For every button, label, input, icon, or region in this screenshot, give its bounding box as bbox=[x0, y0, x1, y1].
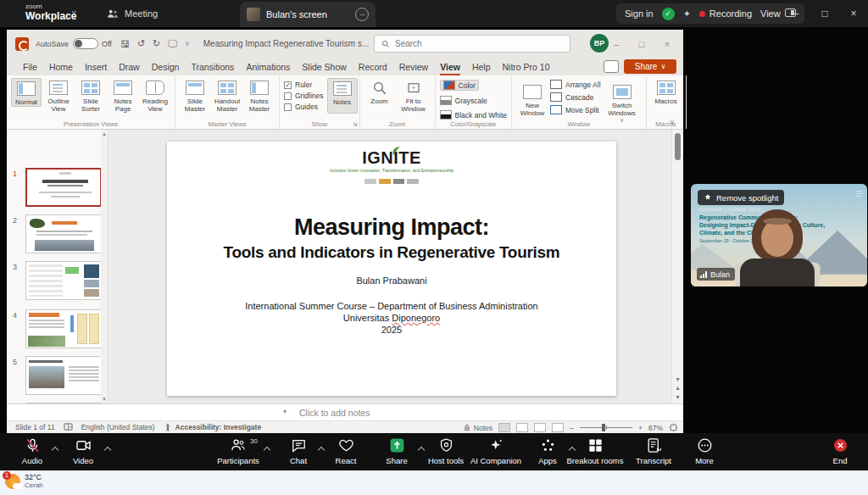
normal-view-button[interactable]: Normal bbox=[11, 78, 42, 107]
ppt-search-box[interactable] bbox=[374, 35, 570, 53]
slide-editor[interactable]: IGNITE Inclusive Green Innovation, Trans… bbox=[167, 142, 616, 396]
menu-help[interactable]: Help bbox=[466, 58, 497, 75]
comments-icon[interactable] bbox=[604, 60, 619, 73]
close-button[interactable]: × bbox=[839, 8, 868, 19]
thumbnail-slide-4[interactable] bbox=[25, 309, 102, 348]
menu-transitions[interactable]: Transitions bbox=[185, 58, 240, 75]
menu-record[interactable]: Record bbox=[353, 58, 393, 75]
undo-icon[interactable]: ↺ bbox=[137, 38, 145, 49]
reading-view-button[interactable]: Reading View bbox=[140, 78, 170, 113]
macros-button[interactable]: Macros bbox=[651, 78, 682, 105]
qat-chevron-down-icon[interactable]: ∨ bbox=[185, 40, 190, 47]
slide-scrollbar[interactable]: ▾ ▴ ▾ bbox=[671, 130, 683, 403]
guides-checkbox[interactable]: Guides bbox=[284, 103, 324, 111]
move-split-button[interactable]: Move Split bbox=[550, 105, 599, 114]
redo-icon[interactable]: ↻ bbox=[153, 38, 160, 49]
previous-slide-icon[interactable]: ▴ bbox=[672, 384, 683, 392]
ruler-checkbox[interactable]: ✓Ruler bbox=[284, 81, 324, 89]
video-more-icon[interactable]: ——— bbox=[855, 189, 862, 197]
weather-widget[interactable]: 1 32°C Cerah bbox=[5, 473, 43, 490]
fit-to-window-button[interactable]: Fit to Window bbox=[397, 78, 431, 113]
video-options-chevron[interactable] bbox=[104, 447, 111, 453]
ppt-minimize-button[interactable]: – bbox=[604, 39, 629, 49]
share-button[interactable]: Share bbox=[378, 437, 415, 465]
slide-sorter-toggle[interactable] bbox=[516, 423, 528, 432]
save-icon[interactable]: 🖫 bbox=[120, 39, 130, 49]
reading-view-toggle[interactable] bbox=[534, 423, 546, 432]
grayscale-button[interactable]: Grayscale bbox=[440, 96, 487, 105]
ppt-share-button[interactable]: Share∨ bbox=[624, 59, 676, 74]
maximize-button[interactable]: □ bbox=[810, 8, 839, 19]
menu-insert[interactable]: Insert bbox=[79, 58, 113, 75]
zoom-in-button[interactable]: + bbox=[638, 424, 643, 432]
menu-design[interactable]: Design bbox=[146, 58, 186, 75]
slide-master-button[interactable]: Slide Master bbox=[180, 78, 210, 113]
thumbnail-scrollbar[interactable]: ▴ ▾ bbox=[101, 130, 108, 403]
accessibility-status[interactable]: Accessibility: Investigate bbox=[175, 423, 262, 431]
notes-toggle-button[interactable]: Notes bbox=[327, 78, 358, 114]
slideshow-toggle[interactable] bbox=[552, 423, 564, 432]
gridlines-checkbox[interactable]: Gridlines bbox=[284, 92, 324, 100]
zoom-button[interactable]: Zoom bbox=[364, 78, 395, 105]
thumbnail-slide-5[interactable] bbox=[25, 356, 102, 395]
sign-in-button[interactable]: Sign in bbox=[625, 8, 654, 19]
ppt-close-button[interactable]: × bbox=[654, 39, 680, 49]
handout-master-button[interactable]: Handout Master bbox=[212, 78, 242, 113]
zoom-level[interactable]: 67% bbox=[648, 424, 663, 432]
autosave-toggle[interactable] bbox=[73, 38, 98, 49]
ai-companion-button[interactable]: AI Companion bbox=[461, 437, 531, 465]
menu-review[interactable]: Review bbox=[393, 58, 434, 75]
notes-page-button[interactable]: Notes Page bbox=[108, 78, 138, 113]
menu-home[interactable]: Home bbox=[43, 58, 79, 75]
thumbnail-slide-1[interactable] bbox=[25, 168, 102, 207]
end-button[interactable]: End bbox=[821, 437, 859, 465]
audio-button[interactable]: Audio bbox=[12, 437, 53, 465]
minimize-button[interactable]: – bbox=[782, 8, 810, 19]
thumbnail-slide-3[interactable] bbox=[25, 261, 102, 300]
workspace-chevron-down-icon[interactable]: ∨ bbox=[71, 8, 77, 17]
participants-button[interactable]: 30 Participants bbox=[206, 437, 270, 465]
zoom-slider-knob[interactable] bbox=[602, 424, 605, 431]
zoom-slider[interactable] bbox=[580, 427, 632, 428]
scrollbar-thumb[interactable] bbox=[675, 133, 681, 160]
more-button[interactable]: More bbox=[686, 437, 723, 465]
notes-toggle[interactable]: Notes bbox=[463, 424, 492, 432]
color-button[interactable]: Color bbox=[440, 80, 479, 91]
participant-video-tile[interactable]: SUMMER COURSE 2025 Regenerative Communit… bbox=[691, 184, 867, 286]
zoom-out-button[interactable]: − bbox=[570, 424, 574, 432]
video-button[interactable]: Video bbox=[63, 437, 103, 465]
new-window-button[interactable]: New Window bbox=[516, 78, 548, 117]
transcript-button[interactable]: Transcript bbox=[625, 437, 682, 465]
collapse-ribbon-icon[interactable]: ∨ bbox=[669, 118, 675, 126]
menu-draw[interactable]: Draw bbox=[113, 58, 146, 75]
spellcheck-icon[interactable] bbox=[64, 423, 73, 431]
switch-windows-button[interactable]: Switch Windows ∨ bbox=[603, 78, 642, 124]
present-icon[interactable]: 🖵 bbox=[168, 38, 177, 49]
menu-view[interactable]: View bbox=[434, 58, 466, 75]
chat-options-chevron[interactable] bbox=[318, 447, 325, 453]
menu-file[interactable]: File bbox=[17, 58, 43, 75]
search-input[interactable] bbox=[395, 39, 522, 48]
next-slide-icon[interactable]: ▾ bbox=[672, 393, 683, 402]
ai-sparkle-icon[interactable]: ✦ bbox=[683, 8, 691, 19]
tab-bulans-screen[interactable]: Bulan's screen ··· bbox=[240, 2, 376, 27]
dialog-launcher-icon[interactable]: ⇲ bbox=[353, 121, 358, 128]
black-white-button[interactable]: Black and White bbox=[440, 110, 507, 120]
tab-meeting[interactable]: Meeting bbox=[98, 0, 166, 27]
thumbnail-slide-2[interactable] bbox=[25, 214, 102, 253]
notes-master-button[interactable]: Notes Master bbox=[244, 78, 275, 113]
chat-button[interactable]: Chat bbox=[280, 437, 317, 465]
cascade-button[interactable]: Cascade bbox=[550, 92, 594, 102]
scroll-down-icon[interactable]: ▾ bbox=[672, 375, 683, 384]
menu-slide-show[interactable]: Slide Show bbox=[296, 58, 353, 75]
ppt-maximize-button[interactable]: □ bbox=[629, 39, 654, 49]
normal-view-toggle[interactable] bbox=[498, 423, 510, 432]
menu-animations[interactable]: Animations bbox=[240, 58, 296, 75]
security-shield-icon[interactable]: ✓ bbox=[662, 8, 675, 20]
tab-options-icon[interactable]: ··· bbox=[355, 8, 369, 21]
slide-sorter-button[interactable]: Slide Sorter bbox=[75, 78, 106, 113]
recording-indicator[interactable]: Recording bbox=[699, 8, 752, 19]
notes-collapse-icon[interactable]: ▾ bbox=[283, 408, 287, 415]
language-status[interactable]: English (United States) bbox=[81, 423, 155, 431]
notes-placeholder[interactable]: Click to add notes bbox=[299, 408, 370, 418]
